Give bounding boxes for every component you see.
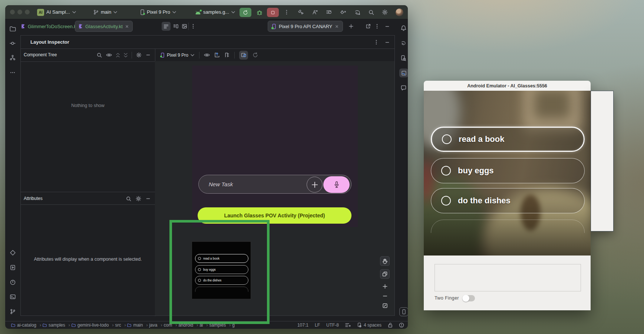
radio-icon[interactable] [442, 134, 452, 144]
attributes-toolbar: Attributes [21, 192, 155, 205]
editor-tab-options-button[interactable] [191, 23, 196, 29]
git-branch-icon [10, 309, 16, 314]
collapse-all-button[interactable] [124, 53, 128, 57]
structure-tool-button[interactable] [9, 54, 17, 62]
gradle-sync-button[interactable] [354, 10, 361, 15]
debug-button[interactable] [255, 8, 264, 17]
hide-panel-button[interactable] [384, 23, 390, 30]
inspections-widget[interactable] [399, 323, 404, 328]
device-name: Pixel 9 Pro [147, 5, 170, 19]
zoom-to-fit-button[interactable] [380, 301, 390, 310]
minimize-icon [146, 53, 151, 57]
tree-visibility-button[interactable] [106, 53, 112, 57]
gradle-tool-button[interactable] [399, 39, 407, 47]
editor-tab-glimmertodoscreen[interactable]: GlimmerToDoScreen.kt [18, 21, 81, 32]
add-task-button[interactable] [307, 177, 323, 193]
device-selector[interactable]: Pixel 9 Pro [140, 5, 176, 19]
mirror-device-selector[interactable]: Pixel 9 Pro [161, 49, 194, 61]
project-selector[interactable]: AI AI Sampl... [37, 5, 76, 19]
todo-item-buy-eggs[interactable]: buy eggs [431, 158, 585, 183]
apply-changes-button[interactable] [326, 9, 332, 15]
build-variants-tool-button[interactable] [9, 248, 17, 257]
version-control-tool-button[interactable] [9, 307, 17, 315]
live-updates-toggle-button[interactable] [239, 51, 248, 60]
todo-item-do-the-dishes[interactable]: do the dishes [431, 188, 585, 213]
file-encoding[interactable]: UTF-8 [326, 323, 339, 328]
warning-circle-icon [399, 323, 404, 328]
pan-mode-button[interactable] [380, 256, 390, 266]
expand-all-button[interactable] [116, 53, 120, 57]
voice-input-button[interactable] [323, 176, 350, 193]
macos-minimize-button[interactable] [17, 10, 22, 14]
settings-button[interactable] [382, 9, 388, 15]
cursor-position[interactable]: 107:1 [297, 323, 308, 328]
line-separator[interactable]: LF [315, 323, 320, 328]
eye-icon [204, 53, 210, 57]
attributes-search-button[interactable] [126, 196, 131, 201]
indent-size[interactable]: 4 spaces [357, 323, 382, 328]
mirror-visibility-button[interactable] [204, 53, 210, 57]
device-manager-tool-button[interactable] [9, 263, 17, 271]
layer-view-button[interactable] [380, 269, 390, 279]
apply-code-changes-button[interactable] [340, 9, 346, 15]
file-lock-button[interactable] [388, 323, 393, 328]
attributes-hide-button[interactable] [146, 196, 151, 201]
macos-zoom-button[interactable] [25, 10, 30, 14]
running-devices-options-button[interactable] [374, 23, 380, 30]
more-tools-button[interactable] [9, 69, 17, 77]
running-device-tab-pixel9pro[interactable]: Pixel 9 Pro API CANARY [268, 21, 343, 32]
two-finger-toggle[interactable] [462, 295, 475, 301]
plus-icon [349, 24, 354, 29]
inspector-minimize-button[interactable] [384, 40, 390, 45]
running-devices-mirror-button[interactable] [399, 307, 408, 316]
inspector-options-button[interactable] [374, 39, 379, 46]
zoom-out-button[interactable] [380, 291, 390, 301]
project-tool-button[interactable] [9, 24, 17, 33]
layer-spacing-button[interactable] [224, 52, 230, 58]
editor-view-mode-split-button[interactable] [171, 22, 180, 31]
search-everywhere-button[interactable] [369, 10, 374, 15]
mirrored-phone-screen[interactable]: New Task [192, 66, 358, 227]
rerun-button[interactable] [240, 8, 251, 17]
stop-button[interactable] [267, 8, 279, 17]
macos-close-button[interactable] [10, 10, 15, 14]
feedback-tool-button[interactable] [399, 84, 407, 92]
vcs-branch-selector[interactable]: main [93, 5, 117, 19]
snapshot-export-button[interactable] [214, 52, 220, 58]
close-icon[interactable] [125, 24, 129, 29]
add-device-button[interactable] [347, 22, 355, 30]
attributes-settings-button[interactable] [136, 196, 141, 201]
tree-hide-button[interactable] [146, 53, 151, 57]
emulator-title-bar[interactable]: Android Emulator - AI_Glasses:5556 [424, 81, 591, 91]
tree-search-button[interactable] [97, 53, 102, 58]
notifications-button[interactable] [399, 24, 407, 32]
run-configuration-selector[interactable]: samples.g... [195, 5, 235, 19]
radio-icon[interactable] [441, 166, 451, 176]
open-in-window-button[interactable] [364, 22, 372, 30]
glasses-trackpad-area[interactable] [435, 264, 581, 291]
indent-options-button[interactable] [345, 323, 351, 327]
close-icon[interactable] [335, 24, 339, 29]
terminal-tool-button[interactable] [9, 293, 17, 301]
radio-icon[interactable] [441, 196, 451, 206]
profiler-button[interactable] [312, 9, 318, 15]
layout-inspector-tool-button[interactable] [399, 69, 408, 77]
refresh-button[interactable] [252, 52, 258, 58]
editor-tab-glassesactivity[interactable]: GlassesActivity.kt [75, 21, 133, 32]
editor-view-mode-code-button[interactable] [162, 22, 171, 31]
user-avatar[interactable] [396, 9, 403, 16]
editor-view-mode-design-button[interactable] [180, 22, 189, 31]
kebab-menu-icon [192, 24, 194, 29]
problems-tool-button[interactable] [9, 278, 17, 286]
emulator-screen[interactable]: read a book buy eggs do the dishes [424, 91, 591, 255]
device-explorer-button[interactable] [399, 54, 407, 62]
new-task-input[interactable]: New Task [198, 175, 351, 194]
live-updates-icon [241, 52, 247, 58]
commit-tool-button[interactable] [9, 39, 17, 47]
tree-settings-button[interactable] [136, 52, 142, 58]
kebab-menu-icon [286, 10, 287, 15]
todo-item-read-a-book[interactable]: read a book [431, 127, 585, 152]
zoom-in-button[interactable] [380, 281, 390, 291]
run-more-options-button[interactable] [284, 9, 289, 16]
build-button[interactable] [298, 9, 304, 15]
